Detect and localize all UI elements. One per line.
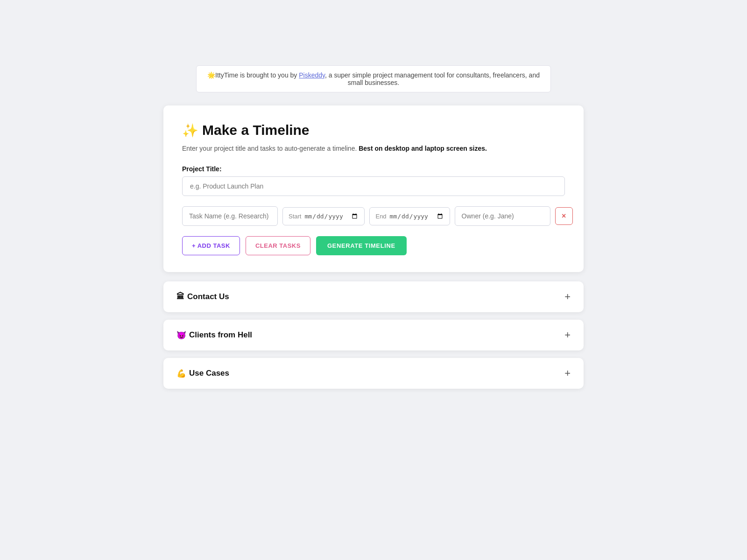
main-card: ✨ Make a Timeline Enter your project tit… <box>163 105 584 272</box>
task-row: Start End × <box>182 206 565 226</box>
accordion-header-contact-us[interactable]: 🏛 Contact Us + <box>163 281 584 312</box>
end-date-input[interactable] <box>389 212 444 220</box>
start-date-input[interactable] <box>304 212 359 220</box>
task-name-input[interactable] <box>182 206 278 226</box>
project-title-label: Project Title: <box>182 165 565 173</box>
banner-text-after: , a super simple project management tool… <box>325 71 540 86</box>
project-title-input[interactable] <box>182 176 565 196</box>
use-cases-emoji: 💪 <box>176 369 186 378</box>
end-date-wrapper: End <box>369 207 450 225</box>
clear-tasks-button[interactable]: CLEAR TASKS <box>246 236 310 255</box>
accordion-use-cases: 💪 Use Cases + <box>163 358 584 389</box>
page-subtitle: Enter your project title and tasks to au… <box>182 145 565 152</box>
end-date-label: End <box>375 213 386 220</box>
accordion-header-clients-from-hell[interactable]: 😈 Clients from Hell + <box>163 320 584 350</box>
accordion-contact-us: 🏛 Contact Us + <box>163 281 584 312</box>
add-task-button[interactable]: + ADD TASK <box>182 236 240 255</box>
accordion-clients-from-hell: 😈 Clients from Hell + <box>163 320 584 350</box>
banner-emoji: 🌟 <box>207 71 215 79</box>
button-row: + ADD TASK CLEAR TASKS GENERATE TIMELINE <box>182 236 565 255</box>
start-date-wrapper: Start <box>282 207 365 225</box>
accordion-expand-icon-use-cases: + <box>564 368 571 378</box>
contact-us-emoji: 🏛 <box>176 292 184 301</box>
start-date-label: Start <box>289 213 301 220</box>
promo-banner: 🌟IttyTime is brought to you by Piskeddy,… <box>196 65 551 92</box>
subtitle-bold: Best on desktop and laptop screen sizes. <box>359 145 487 152</box>
accordion-expand-icon-contact-us: + <box>564 292 571 302</box>
generate-timeline-button[interactable]: GENERATE TIMELINE <box>316 236 407 255</box>
subtitle-plain: Enter your project title and tasks to au… <box>182 145 359 152</box>
remove-task-button[interactable]: × <box>555 207 573 225</box>
accordion-header-use-cases[interactable]: 💪 Use Cases + <box>163 358 584 389</box>
banner-text-before: IttyTime is brought to you by <box>215 71 299 79</box>
clients-from-hell-emoji: 😈 <box>176 330 186 340</box>
accordion-label-use-cases: 💪 Use Cases <box>176 369 229 378</box>
page-title: ✨ Make a Timeline <box>182 122 565 138</box>
owner-input[interactable] <box>455 206 550 226</box>
accordion-label-contact-us: 🏛 Contact Us <box>176 292 229 301</box>
piskeddy-link[interactable]: Piskeddy <box>299 71 325 79</box>
accordion-expand-icon-clients-from-hell: + <box>564 330 571 340</box>
sparkle-icon: ✨ <box>182 123 198 138</box>
page-title-text: Make a Timeline <box>202 122 310 138</box>
accordion-label-clients-from-hell: 😈 Clients from Hell <box>176 330 252 340</box>
